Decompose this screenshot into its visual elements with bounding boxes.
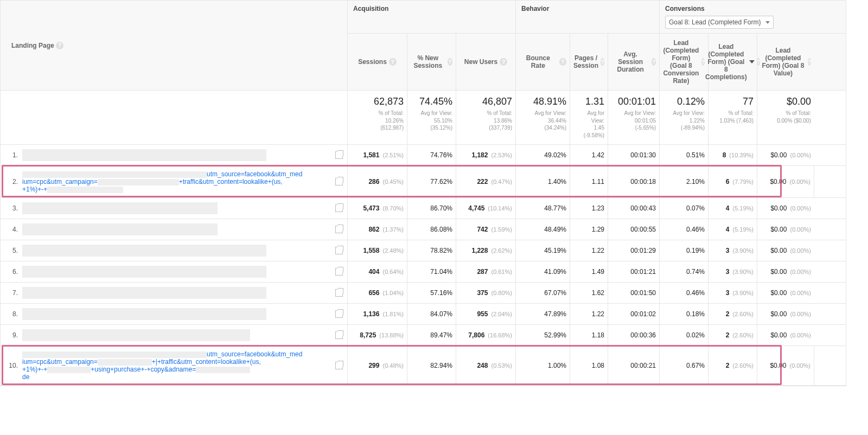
summary-sessions: 62,873 % of Total: 10.26% (612,987) [348,91,407,144]
cell-pps: 1.29 [570,219,608,240]
cell-duration: 00:01:50 [608,283,660,303]
row-index: 9. [7,331,18,339]
cell-duration: 00:01:29 [608,240,660,261]
help-icon[interactable]: ? [448,58,452,66]
cell-goal-value: $0.00(0.00%) [757,346,814,385]
cell-duration: 00:01:30 [608,145,660,165]
help-icon[interactable]: ? [56,42,63,49]
table-row: 6.404(0.64%)71.04%287(0.61%)41.09%1.4900… [1,261,846,283]
metric-groups: Acquisition Behavior Conversions Goal 8:… [348,1,846,34]
landing-page-cell[interactable]: utm_source=facebook&utm_medium=cpc&utm_c… [22,350,331,381]
landing-page-cell[interactable] [22,266,331,278]
table-row: 2.utm_source=facebook&utm_medium=cpc&utm… [1,166,846,198]
cell-pps: 1.49 [570,261,608,282]
help-icon[interactable]: ? [601,58,604,66]
group-acquisition: Acquisition [348,1,516,33]
cell-pps: 1.42 [570,145,608,165]
redacted-landing-page [22,287,266,299]
cell-duration: 00:01:02 [608,304,660,324]
landing-page-cell[interactable]: utm_source=facebook&utm_medium=cpc&utm_c… [22,170,331,193]
landing-page-cell[interactable] [22,329,331,341]
landing-page-link[interactable]: utm_source=facebook&utm_medium=cpc&utm_c… [22,170,302,193]
cell-sessions: 299(0.48%) [348,346,407,385]
cell-sessions: 8,725(13.88%) [348,325,407,346]
open-external-icon[interactable] [335,247,343,254]
col-sessions[interactable]: Sessions? [348,34,407,90]
col-goal-value[interactable]: Lead (Completed Form) (Goal 8 Value)? [757,34,814,90]
col-goal-completions[interactable]: Lead (Completed Form) (Goal 8 Completion… [709,34,757,90]
help-icon[interactable]: ? [389,58,397,66]
redacted-landing-page [22,266,266,278]
open-external-icon[interactable] [335,268,343,276]
landing-page-cell[interactable] [22,287,331,299]
open-external-icon[interactable] [335,151,343,159]
table-row: 5.1,558(2.48%)78.82%1,228(2.62%)45.19%1.… [1,240,846,261]
landing-page-link[interactable]: utm_source=facebook&utm_medium=cpc&utm_c… [22,350,302,381]
group-behavior: Behavior [516,1,660,33]
cell-bounce: 48.77% [516,198,570,219]
row-index: 7. [7,289,18,297]
redacted-landing-page [22,308,266,320]
cell-pps: 1.22 [570,240,608,261]
table-row: 4.862(1.37%)86.08%742(1.59%)48.49%1.2900… [1,219,846,240]
cell-new-users: 955(2.04%) [456,304,516,324]
landing-page-cell[interactable] [22,308,331,320]
open-external-icon[interactable] [335,178,343,185]
redacted-landing-page [22,223,218,235]
col-new-sessions-pct[interactable]: % New Sessions? [407,34,456,90]
cell-bounce: 41.09% [516,261,570,282]
col-goal-conversion-rate[interactable]: Lead (Completed Form) (Goal 8 Conversion… [660,34,709,90]
cell-goal-completions: 3(3.90%) [709,240,757,261]
cell-goal-completions: 2(2.60%) [709,346,757,385]
goal-selector-value: Goal 8: Lead (Completed Form) [669,18,761,26]
landing-page-cell[interactable] [22,245,331,257]
cell-new-pct: 86.08% [407,219,456,240]
row-index: 8. [7,310,18,318]
row-index: 2. [7,178,18,185]
col-avg-session-duration[interactable]: Avg. Session Duration? [608,34,660,90]
group-conversions-label: Conversions [665,5,840,12]
cell-goal-completions: 3(3.90%) [709,283,757,303]
col-new-users[interactable]: New Users? [456,34,516,90]
cell-goal-rate: 0.51% [660,145,709,165]
row-index: 1. [7,151,18,159]
summary-new-pct: 74.45% Avg for View: 55.10% (35.12%) [407,91,456,144]
cell-new-users: 742(1.59%) [456,219,516,240]
help-icon[interactable]: ? [701,58,705,66]
col-pages-per-session[interactable]: Pages / Session? [570,34,608,90]
help-icon[interactable]: ? [500,58,507,66]
landing-page-cell[interactable] [22,149,331,161]
open-external-icon[interactable] [335,226,343,233]
help-icon[interactable]: ? [652,58,656,66]
col-bounce-rate[interactable]: Bounce Rate? [516,34,570,90]
goal-selector[interactable]: Goal 8: Lead (Completed Form) [665,16,774,29]
cell-goal-value: $0.00(0.00%) [757,145,814,165]
landing-page-cell[interactable] [22,223,331,235]
open-external-icon[interactable] [335,289,343,297]
redacted-landing-page [22,149,266,161]
cell-duration: 00:00:18 [608,166,660,197]
row-index: 4. [7,226,18,233]
cell-bounce: 45.19% [516,240,570,261]
row-index: 10. [7,362,18,369]
dimension-header[interactable]: Landing Page ? [1,1,348,90]
open-external-icon[interactable] [335,331,343,339]
cell-goal-value: $0.00(0.00%) [757,219,814,240]
help-icon[interactable]: ? [808,58,811,66]
open-external-icon[interactable] [335,362,343,369]
cell-bounce: 49.02% [516,145,570,165]
cell-goal-rate: 0.67% [660,346,709,385]
cell-goal-rate: 0.02% [660,325,709,346]
landing-page-cell[interactable] [22,202,331,214]
cell-sessions: 1,136(1.81%) [348,304,407,324]
cell-goal-completions: 8(10.39%) [709,145,757,165]
open-external-icon[interactable] [335,310,343,318]
cell-goal-value: $0.00(0.00%) [757,166,814,197]
help-icon[interactable]: ? [559,58,566,66]
cell-bounce: 52.99% [516,325,570,346]
open-external-icon[interactable] [335,204,343,212]
table-row: 7.656(1.04%)57.16%375(0.80%)67.07%1.6200… [1,283,846,304]
cell-sessions: 404(0.64%) [348,261,407,282]
cell-bounce: 48.49% [516,219,570,240]
summary-new-users: 46,807 % of Total: 13.86% (337,739) [456,91,516,144]
